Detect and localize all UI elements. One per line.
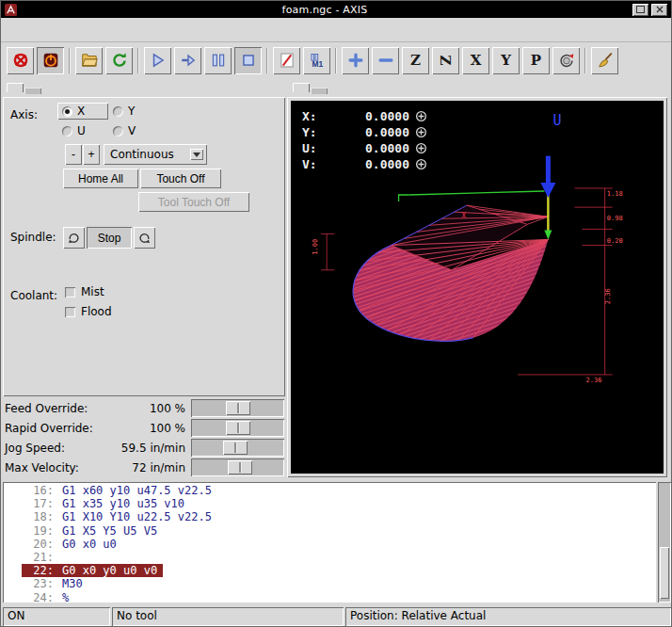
view-top-button[interactable]: Z bbox=[402, 47, 429, 74]
gcode-line[interactable]: 17:G1 x35 y10 u35 v10 bbox=[22, 497, 190, 510]
view-side-button[interactable]: X bbox=[462, 47, 489, 74]
coolant-checkbox[interactable]: Mist bbox=[65, 285, 112, 298]
gcode-line[interactable]: 20:G0 x0 u0 bbox=[22, 538, 122, 551]
checkbox-icon bbox=[65, 287, 75, 297]
toolbar-separator bbox=[335, 48, 337, 73]
stop-program-button[interactable] bbox=[234, 47, 262, 74]
u-axis-label: U bbox=[552, 112, 561, 129]
rotate-view-button[interactable] bbox=[552, 47, 580, 74]
clear-plot-icon bbox=[597, 52, 614, 69]
dim-label: 2.36 bbox=[603, 288, 612, 304]
dim-label: 1.00 bbox=[311, 239, 319, 255]
dim-label: 2.36 bbox=[586, 376, 602, 384]
gcode-line[interactable]: 22:G0 x0 y0 u0 v0 bbox=[22, 564, 163, 577]
jog-minus-button[interactable]: - bbox=[65, 144, 82, 165]
toolbar-separator bbox=[69, 48, 71, 73]
axis-position-icon bbox=[415, 110, 427, 122]
pause-program-button[interactable] bbox=[204, 47, 232, 74]
open-file-icon bbox=[81, 52, 98, 69]
estop-button[interactable] bbox=[7, 47, 34, 74]
position-mode-cell: Position: Relative Actual bbox=[345, 607, 671, 626]
preview-panel: U X 1.18 0.98 0.20 2.36 2.36 1.00 bbox=[287, 78, 672, 479]
dim-label: 0.98 bbox=[607, 214, 623, 222]
override-label: Max Velocity: bbox=[5, 461, 79, 474]
zoom-in-button[interactable] bbox=[342, 47, 369, 74]
view-perspective-button[interactable]: P bbox=[522, 47, 550, 74]
override-slider[interactable] bbox=[191, 458, 284, 476]
home-all-button[interactable]: Home All bbox=[63, 169, 138, 188]
axis-position-icon bbox=[415, 126, 427, 138]
gcode-line[interactable]: 19:G1 X5 Y5 U5 V5 bbox=[22, 524, 163, 538]
spindle-stop-button[interactable]: Stop bbox=[87, 227, 132, 249]
jog-mode-value: Continuous bbox=[110, 148, 174, 161]
jog-plus-button[interactable]: + bbox=[83, 144, 100, 165]
maximize-icon bbox=[636, 6, 645, 13]
preview-canvas[interactable]: U X 1.18 0.98 0.20 2.36 2.36 1.00 bbox=[291, 101, 664, 474]
scrollbar-thumb[interactable] bbox=[660, 547, 669, 599]
open-file-button[interactable] bbox=[75, 47, 103, 74]
step-icon bbox=[180, 52, 197, 69]
gcode-line-text: G1 X10 Y10 u22.5 v22.5 bbox=[62, 510, 212, 523]
dro-row: Y: 0.0000 bbox=[302, 124, 427, 140]
maximize-button[interactable] bbox=[632, 4, 648, 16]
slider-handle[interactable] bbox=[228, 460, 252, 474]
spindle-cw-button[interactable] bbox=[134, 227, 155, 249]
manual-tab-panel: Axis: X Y U V - + bbox=[3, 97, 285, 396]
view-rotated-top-button[interactable]: Z bbox=[432, 47, 459, 74]
touch-off-button[interactable]: Touch Off bbox=[140, 169, 221, 188]
override-sliders: Feed Override: 100 % Rapid Override: 100… bbox=[1, 398, 287, 477]
axis-radio[interactable]: X bbox=[57, 103, 108, 120]
run-next-line-button[interactable] bbox=[174, 47, 201, 74]
gcode-line-text: G1 x35 y10 u35 v10 bbox=[62, 497, 184, 510]
spindle-ccw-button[interactable] bbox=[63, 227, 85, 249]
gcode-line[interactable]: 21: bbox=[22, 551, 68, 564]
slider-handle[interactable] bbox=[226, 421, 250, 435]
gcode-listing[interactable]: 16:G1 x60 y10 u47.5 v22.517:G1 x35 y10 u… bbox=[3, 482, 656, 603]
axis-radio[interactable]: Y bbox=[108, 103, 159, 120]
clear-plot-button[interactable] bbox=[591, 47, 618, 74]
coolant-group: Mist Flood bbox=[65, 285, 112, 318]
dim-label: 0.20 bbox=[607, 236, 623, 245]
toolbar-separator bbox=[266, 48, 268, 73]
view-front-button[interactable]: Y bbox=[492, 47, 520, 74]
radio-indicator-icon bbox=[113, 106, 123, 117]
reload-icon bbox=[111, 52, 128, 69]
tab[interactable] bbox=[24, 88, 41, 94]
gcode-line[interactable]: 24:% bbox=[22, 591, 74, 603]
titlebar[interactable]: foam.ngc - AXIS bbox=[1, 1, 671, 18]
override-slider[interactable] bbox=[191, 439, 284, 457]
axis-label: Axis: bbox=[10, 108, 38, 121]
axis-radio[interactable]: V bbox=[108, 122, 159, 139]
run-program-button[interactable] bbox=[144, 47, 171, 74]
slider-handle[interactable] bbox=[223, 441, 248, 455]
tab[interactable] bbox=[311, 88, 328, 94]
rotate-view-icon bbox=[558, 52, 575, 69]
dro-row: V: 0.0000 bbox=[302, 156, 427, 172]
dro-readout: X: 0.0000 Y: 0.0000 bbox=[302, 108, 427, 172]
spindle-label: Spindle: bbox=[10, 231, 56, 244]
gcode-line[interactable]: 18:G1 X10 Y10 u22.5 v22.5 bbox=[22, 510, 217, 523]
gcode-scrollbar[interactable] bbox=[658, 482, 671, 603]
preview-tabs bbox=[293, 78, 328, 98]
view-front-letter: Y bbox=[501, 52, 511, 69]
slider-handle[interactable] bbox=[226, 401, 250, 415]
zoom-out-button[interactable] bbox=[372, 47, 399, 74]
gcode-line-number: 22: bbox=[25, 564, 54, 577]
optional-pause-m1-button[interactable]: M1 bbox=[303, 47, 330, 74]
override-row: Max Velocity: 72 in/min bbox=[1, 458, 287, 477]
coolant-checkbox[interactable]: Flood bbox=[65, 305, 112, 318]
override-slider[interactable] bbox=[191, 419, 284, 437]
override-slider[interactable] bbox=[191, 399, 284, 417]
tab[interactable] bbox=[293, 83, 310, 92]
gcode-line[interactable]: 16:G1 x60 y10 u47.5 v22.5 bbox=[22, 484, 217, 497]
reload-file-button[interactable] bbox=[105, 47, 133, 74]
close-button[interactable] bbox=[651, 4, 667, 16]
jog-mode-dropdown[interactable]: Continuous bbox=[104, 144, 207, 165]
tab[interactable] bbox=[7, 83, 24, 92]
axis-radio[interactable]: U bbox=[57, 122, 108, 139]
skip-optional-lines-button[interactable] bbox=[273, 47, 300, 74]
machine-power-button[interactable] bbox=[37, 47, 64, 74]
coolant-checkbox-label: Mist bbox=[81, 285, 104, 298]
override-value: 59.5 in/min bbox=[84, 442, 185, 455]
gcode-line[interactable]: 23:M30 bbox=[22, 577, 88, 590]
